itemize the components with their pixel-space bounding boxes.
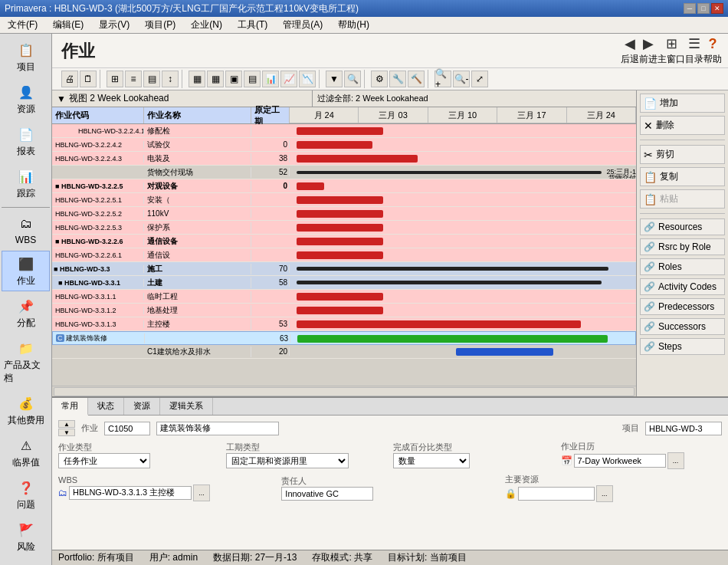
view5-button[interactable]: 📊 — [262, 71, 279, 87]
sidebar-item-wbs[interactable]: 🗂 WBS — [2, 211, 50, 249]
activity-id-field[interactable] — [104, 422, 150, 435]
table-row[interactable]: HBLNG-WD-3.2.2.4.1 修配检 — [52, 124, 636, 138]
fit-button[interactable]: ⤢ — [471, 71, 488, 87]
filter2-button[interactable]: 🔍 — [344, 71, 361, 87]
table-row[interactable]: ■ HBLNG-WD-3.3.1 土建 58 — [52, 276, 636, 290]
menu-edit[interactable]: 编辑(E) — [48, 18, 88, 32]
calendar-field[interactable] — [574, 454, 666, 468]
filter-button[interactable]: ▼ — [326, 71, 343, 87]
resources-button[interactable]: 🔗 Resources — [640, 218, 725, 235]
maximize-button[interactable]: □ — [697, 3, 710, 14]
menu-file[interactable]: 文件(F) — [3, 18, 42, 32]
tool2-button[interactable]: 🔧 — [389, 71, 406, 87]
table-row[interactable]: ■ HBLNG-WD-3.2.2.5 对观设备 0 — [52, 179, 636, 193]
close-button[interactable]: ✕ — [711, 3, 723, 14]
paste-button[interactable]: 📋 粘贴 — [640, 189, 725, 209]
owner-field[interactable] — [281, 487, 373, 501]
sidebar-item-risk[interactable]: 🚩 风险 — [2, 517, 50, 557]
spinner-up[interactable]: ▲ — [58, 420, 75, 428]
home-button[interactable]: ⊞ 主窗口 — [657, 35, 685, 66]
zoom-out-button[interactable]: 🔍- — [453, 71, 470, 87]
rows-button[interactable]: ▤ — [143, 71, 160, 87]
sidebar-item-label: 临界值 — [12, 456, 40, 469]
layout-button[interactable]: ⊞ — [107, 71, 123, 87]
sidebar-item-issue[interactable]: ❓ 问题 — [2, 475, 50, 515]
table-row[interactable]: HBLNG-WD-3.3.1.2 地基处理 — [52, 304, 636, 317]
view6-button[interactable]: 📈 — [280, 71, 297, 87]
table-row[interactable]: 货物交付现场 52 25:三月-1 货物交付 — [52, 166, 636, 179]
activity-name-field[interactable] — [156, 422, 279, 435]
tab-resource[interactable]: 资源 — [124, 398, 160, 415]
columns-button[interactable]: ≡ — [125, 71, 142, 87]
activity-codes-button[interactable]: 🔗 Activity Codes — [640, 278, 725, 295]
view4-button[interactable]: ▤ — [244, 71, 261, 87]
menu-tools[interactable]: 工具(T) — [233, 18, 272, 32]
menu-project[interactable]: 项目(P) — [140, 18, 180, 32]
print-preview-button[interactable]: 🗒 — [80, 71, 97, 87]
roles-button[interactable]: 🔗 Roles — [640, 258, 725, 275]
tab-logic[interactable]: 逻辑关系 — [160, 398, 213, 415]
menu-admin[interactable]: 管理员(A) — [278, 18, 327, 32]
spinner-down[interactable]: ▼ — [58, 429, 75, 436]
sort-button[interactable]: ↕ — [162, 71, 179, 87]
sidebar-item-costs[interactable]: 💰 其他费用 — [2, 390, 50, 431]
sidebar-item-activity[interactable]: ⬛ 作业 — [2, 251, 50, 291]
table-row[interactable]: HBLNG-WD-3.2.2.5.1 安装（ — [52, 193, 636, 207]
copy-button[interactable]: 📋 复制 — [640, 167, 725, 186]
table-row[interactable]: HBLNG-WD-3.3.1.3 主控楼 53 — [52, 317, 636, 331]
catalog-button[interactable]: ☰ 目录 — [685, 35, 703, 66]
menu-view[interactable]: 显示(V) — [94, 18, 134, 32]
tab-general[interactable]: 常用 — [52, 398, 88, 416]
sidebar-item-track[interactable]: 📊 跟踪 — [2, 163, 50, 204]
table-row[interactable]: ■ HBLNG-WD-3.3 施工 70 — [52, 262, 636, 276]
sidebar-item-project[interactable]: 📋 项目 — [2, 37, 50, 77]
wbs-browse-button[interactable]: ... — [193, 485, 210, 501]
forward-button[interactable]: ▶ 前进 — [639, 35, 657, 66]
steps-button[interactable]: 🔗 Steps — [640, 338, 725, 355]
back-button[interactable]: ◀ 后退 — [621, 35, 639, 66]
predecessors-button[interactable]: 🔗 Predecessors — [640, 298, 725, 315]
resource-field[interactable] — [518, 487, 595, 501]
table-row[interactable]: HBLNG-WD-3.2.2.5.3 保护系 — [52, 221, 636, 235]
menu-help[interactable]: 帮助(H) — [333, 18, 374, 32]
sidebar-item-assign[interactable]: 📌 分配 — [2, 293, 50, 333]
add-button[interactable]: 📄 增加 — [640, 94, 725, 113]
successors-button[interactable]: 🔗 Successors — [640, 318, 725, 335]
view2-button[interactable]: ▦ — [207, 71, 224, 87]
sidebar-item-docs[interactable]: 📁 产品及文档 — [2, 335, 50, 389]
table-row[interactable]: C1建筑给水及排水 20 — [52, 345, 636, 359]
table-row[interactable]: HBLNG-WD-3.3.1.1 临时工程 — [52, 290, 636, 304]
table-row[interactable]: C 建筑装饰装修 63 — [52, 331, 636, 345]
tool3-button[interactable]: 🔨 — [408, 71, 425, 87]
view1-button[interactable]: ▦ — [189, 71, 205, 87]
table-row[interactable]: HBLNG-WD-3.2.2.5.2 110kV — [52, 207, 636, 221]
table-row[interactable]: ■ HBLNG-WD-3.2.2.6 通信设备 — [52, 235, 636, 248]
cut-button[interactable]: ✂ 剪切 — [640, 145, 725, 164]
sidebar-item-threshold[interactable]: ⚠ 临界值 — [2, 432, 50, 473]
delete-button[interactable]: ✕ 删除 — [640, 116, 725, 135]
calendar-browse-button[interactable]: ... — [667, 452, 684, 469]
zoom-in-button[interactable]: 🔍+ — [435, 71, 451, 87]
table-row[interactable]: HBLNG-WD-3.2.2.6.1 通信设 — [52, 248, 636, 262]
sidebar-item-report[interactable]: 📄 报表 — [2, 121, 50, 162]
minimize-button[interactable]: ─ — [684, 3, 696, 14]
duration-type-select[interactable]: 固定工期和资源用里 — [226, 453, 349, 468]
wbs-input[interactable] — [69, 486, 192, 500]
view7-button[interactable]: 📉 — [299, 71, 316, 87]
view3-button[interactable]: ▣ — [225, 71, 242, 87]
rsrc-by-role-button[interactable]: 🔗 Rsrc by Role — [640, 238, 725, 255]
table-row[interactable]: HBLNG-WD-3.2.2.4.2 试验仪 0 — [52, 138, 636, 152]
horizontal-scrollbar[interactable] — [52, 386, 636, 396]
sidebar-item-resource[interactable]: 👤 资源 — [2, 79, 50, 120]
tool1-button[interactable]: ⚙ — [371, 71, 388, 87]
project-field[interactable] — [645, 422, 722, 435]
completion-type-select[interactable]: 数量 — [393, 453, 470, 468]
tab-status[interactable]: 状态 — [88, 398, 124, 415]
help-button[interactable]: ? 帮助 — [703, 36, 722, 66]
row-chart — [290, 138, 636, 151]
print-button[interactable]: 🖨 — [61, 71, 78, 87]
resource-browse-button[interactable]: ... — [596, 485, 613, 502]
menu-enterprise[interactable]: 企业(N) — [186, 18, 227, 32]
activity-type-select[interactable]: 任务作业 — [58, 453, 150, 468]
table-row[interactable]: HBLNG-WD-3.2.2.4.3 电装及 38 — [52, 152, 636, 166]
